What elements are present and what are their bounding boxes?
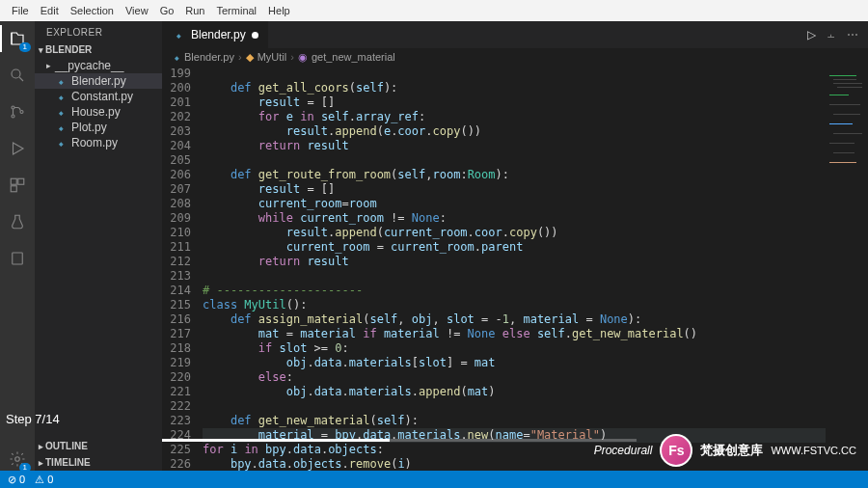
split-icon[interactable]: ⫠ <box>826 28 837 41</box>
editor-actions: ▷ ⫠ ⋯ <box>807 21 868 48</box>
svg-point-1 <box>12 106 14 109</box>
menu-edit[interactable]: Edit <box>35 5 65 16</box>
chevron-right-icon: ▸ <box>39 458 43 468</box>
python-icon: ⬥ <box>54 137 68 149</box>
svg-point-3 <box>20 111 23 114</box>
svg-rect-5 <box>18 178 24 184</box>
class-icon: ◆ <box>246 51 254 64</box>
file-blender[interactable]: ⬥Blender.py <box>35 73 162 89</box>
tab-blender[interactable]: ⬥ Blender.py <box>162 21 269 48</box>
python-icon: ⬥ <box>172 29 185 41</box>
menu-go[interactable]: Go <box>154 5 180 16</box>
explorer-icon[interactable]: 1 <box>6 27 29 50</box>
minimap[interactable] <box>826 66 868 471</box>
menu-run[interactable]: Run <box>179 5 210 16</box>
settings-badge: 1 <box>19 463 31 473</box>
step-indicator: Step 7/14 <box>0 408 66 430</box>
watermark-brand: 梵摄创意库 <box>700 442 763 459</box>
breadcrumb[interactable]: ⬥ Blender.py› ◆ MyUtil› ◉ get_new_materi… <box>162 48 868 66</box>
tab-label: Blender.py <box>191 28 246 41</box>
file-house[interactable]: ⬥House.py <box>35 104 162 120</box>
explorer-badge: 1 <box>19 42 31 52</box>
source-control-icon[interactable] <box>6 100 29 123</box>
svg-rect-7 <box>13 253 23 264</box>
python-icon: ⬥ <box>174 51 180 63</box>
settings-icon[interactable]: 1 <box>6 447 29 471</box>
main-area: 1 1 EXPLORER ▾BLENDER ▸__pycache__ ⬥Blen… <box>0 21 868 471</box>
menu-selection[interactable]: Selection <box>65 5 120 16</box>
more-icon[interactable]: ⋯ <box>847 28 858 41</box>
run-icon[interactable]: ▷ <box>807 28 816 41</box>
outline-section[interactable]: ▸OUTLINE <box>35 438 162 454</box>
file-room[interactable]: ⬥Room.py <box>35 135 162 150</box>
python-icon: ⬥ <box>54 106 68 118</box>
svg-rect-6 <box>11 186 16 192</box>
python-icon: ⬥ <box>54 75 68 87</box>
line-gutter: 199 200 201 202 203 204 205 206 207 208 … <box>162 66 203 471</box>
watermark: Procedurall Fs 梵摄创意库 WWW.FSTVC.CC <box>594 434 856 467</box>
explorer-title: EXPLORER <box>35 21 162 41</box>
chevron-right-icon: ▸ <box>39 442 43 451</box>
chevron-down-icon: ▾ <box>39 45 43 55</box>
search-icon[interactable] <box>6 64 29 87</box>
activity-bar: 1 1 <box>0 21 35 471</box>
modified-dot-icon <box>252 32 258 39</box>
python-icon: ⬥ <box>54 122 68 133</box>
watermark-procedural: Procedurall <box>594 444 653 457</box>
chevron-right-icon: ▸ <box>46 61 51 70</box>
editor-body[interactable]: 199 200 201 202 203 204 205 206 207 208 … <box>162 66 868 471</box>
progress-bar[interactable] <box>162 439 637 442</box>
tab-bar: ⬥ Blender.py ▷ ⫠ ⋯ <box>162 21 868 48</box>
menu-bar: File Edit Selection View Go Run Terminal… <box>0 0 868 21</box>
file-tree: ▸__pycache__ ⬥Blender.py ⬥Constant.py ⬥H… <box>35 58 162 150</box>
status-warnings[interactable]: ⚠ 0 <box>35 474 53 486</box>
svg-rect-4 <box>11 178 16 184</box>
menu-view[interactable]: View <box>120 5 154 16</box>
folder-root[interactable]: ▾BLENDER <box>35 41 162 58</box>
menu-file[interactable]: File <box>6 5 35 16</box>
bookmark-icon[interactable] <box>6 247 29 270</box>
status-bar: ⊘ 0 ⚠ 0 <box>0 471 868 488</box>
watermark-url: WWW.FSTVC.CC <box>771 445 856 456</box>
run-debug-icon[interactable] <box>6 137 29 160</box>
code-content[interactable]: def get_all_coors(self): result = [] for… <box>203 66 826 471</box>
watermark-logo: Fs <box>660 434 692 467</box>
svg-point-2 <box>12 115 14 118</box>
svg-point-8 <box>15 457 20 462</box>
progress-fill <box>162 439 390 442</box>
folder-pycache[interactable]: ▸__pycache__ <box>35 58 162 73</box>
sidebar: EXPLORER ▾BLENDER ▸__pycache__ ⬥Blender.… <box>35 21 162 471</box>
svg-point-0 <box>12 69 20 78</box>
menu-terminal[interactable]: Terminal <box>211 5 263 16</box>
file-plot[interactable]: ⬥Plot.py <box>35 120 162 135</box>
menu-help[interactable]: Help <box>262 5 296 16</box>
timeline-section[interactable]: ▸TIMELINE <box>35 454 162 471</box>
editor-area: ⬥ Blender.py ▷ ⫠ ⋯ ⬥ Blender.py› ◆ MyUti… <box>162 21 868 471</box>
testing-icon[interactable] <box>6 210 29 233</box>
extensions-icon[interactable] <box>6 174 29 197</box>
method-icon: ◉ <box>298 51 308 64</box>
status-errors[interactable]: ⊘ 0 <box>8 474 25 486</box>
python-icon: ⬥ <box>54 91 68 102</box>
file-constant[interactable]: ⬥Constant.py <box>35 89 162 104</box>
